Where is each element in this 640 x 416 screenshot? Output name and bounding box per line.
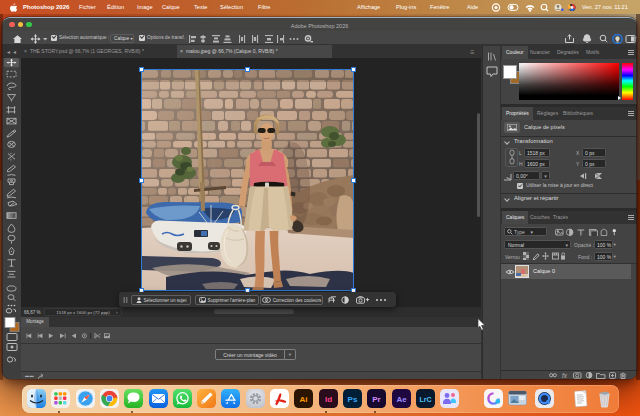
svg-text:Ps: Ps [347,395,357,404]
svg-text:Ae: Ae [396,395,407,404]
svg-text:Ai: Ai [300,395,308,404]
svg-text:Pr: Pr [372,395,380,404]
svg-text:Id: Id [325,395,332,404]
svg-text:LrC: LrC [419,396,431,403]
svg-text:fx: fx [562,372,568,379]
